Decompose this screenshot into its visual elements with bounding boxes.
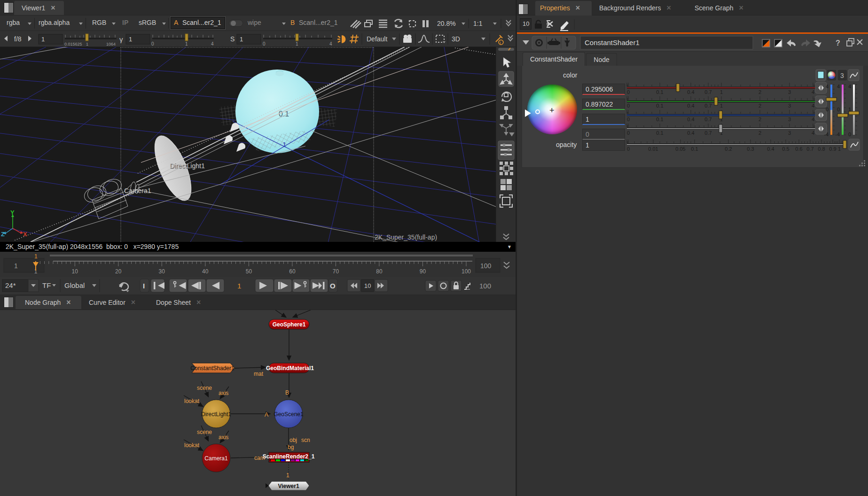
svg-text:0.1: 0.1 [656,89,663,95]
svg-text:B: B [285,389,289,396]
svg-text:70: 70 [333,268,339,275]
svg-text:0.4: 0.4 [767,146,774,152]
svg-text:bg: bg [288,444,294,450]
svg-text:50: 50 [246,268,252,275]
svg-text:1: 1 [237,282,241,290]
svg-text:axis: axis [219,390,228,396]
svg-text:0.9: 0.9 [829,146,836,152]
svg-text:Global: Global [64,281,85,289]
svg-text:100: 100 [461,268,471,275]
svg-text:0.2: 0.2 [725,146,732,152]
svg-text:0: 0 [627,103,630,108]
svg-text:2: 2 [759,89,761,95]
svg-text:4: 4 [837,84,840,89]
svg-text:4: 4 [826,84,829,89]
svg-text:cam: cam [254,455,265,461]
svg-text:scene: scene [197,429,212,435]
svg-text:GeoSphere1: GeoSphere1 [273,321,306,328]
svg-text:1: 1 [848,107,851,112]
svg-text:I: I [143,282,145,290]
svg-text:2K_Super_35(full-ap): 2K_Super_35(full-ap) [375,233,437,241]
svg-text:4: 4 [812,116,814,122]
svg-text:0.7: 0.7 [704,130,712,136]
svg-text:24*: 24* [5,281,16,289]
svg-text:Y: Y [10,209,15,216]
svg-text:0.7: 0.7 [704,89,712,95]
svg-text:0.4: 0.4 [687,116,694,122]
svg-text:4: 4 [812,103,814,108]
svg-text:0.01: 0.01 [648,146,658,152]
svg-text:10: 10 [364,282,371,289]
svg-text:40: 40 [202,268,209,275]
svg-text:0.1: 0.1 [691,146,698,152]
svg-text:mat: mat [254,371,264,377]
svg-text:0.1: 0.1 [656,130,663,136]
svg-text:1: 1 [838,146,841,152]
svg-text:30: 30 [159,268,165,275]
svg-text:0.7: 0.7 [704,103,712,108]
svg-text:GeoBindMaterial1: GeoBindMaterial1 [266,365,314,372]
svg-text:0: 0 [848,132,851,137]
svg-text:4: 4 [812,130,814,136]
svg-text:lookat: lookat [184,442,200,449]
svg-text:O: O [330,282,336,290]
svg-text:DirectLight1: DirectLight1 [201,411,231,418]
svg-text:1: 1 [34,253,38,260]
svg-text:0: 0 [627,89,630,95]
svg-text:0: 0 [837,107,840,112]
svg-text:0.7: 0.7 [806,146,813,152]
svg-text:0.1: 0.1 [656,116,663,122]
svg-text:2: 2 [759,103,761,108]
svg-text:0.8: 0.8 [818,146,825,152]
svg-text:1: 1 [720,103,723,108]
svg-text:1: 1 [720,89,723,95]
svg-text:Camera1: Camera1 [124,187,151,194]
svg-text:Z: Z [1,231,5,238]
svg-text:-4: -4 [835,132,840,137]
svg-text:0.4: 0.4 [687,103,694,108]
svg-text:0.4: 0.4 [687,89,694,95]
svg-text:20: 20 [115,268,122,275]
svg-text:4: 4 [848,84,851,89]
svg-text:Camera1: Camera1 [204,455,228,462]
svg-text:3: 3 [840,72,844,79]
svg-text:3: 3 [788,116,791,122]
svg-text:1: 1 [286,472,289,479]
svg-text:axis: axis [219,434,228,441]
svg-text:80: 80 [376,268,383,275]
svg-text:2: 2 [759,130,761,136]
svg-text:TF: TF [42,281,51,289]
svg-text:4: 4 [812,89,814,95]
svg-text:0: 0 [826,107,829,112]
svg-text:scn: scn [301,437,310,443]
svg-text:0.05: 0.05 [675,146,685,152]
svg-text:1: 1 [14,262,18,270]
svg-text:A: A [265,411,268,418]
svg-text:-4: -4 [824,132,829,137]
svg-text:0.6: 0.6 [795,146,802,152]
svg-text:obj: obj [289,437,297,443]
svg-text:0.3: 0.3 [747,146,754,152]
svg-text:100: 100 [480,262,492,270]
svg-text:0.1: 0.1 [656,103,663,108]
svg-text:3: 3 [788,89,791,95]
svg-text:2: 2 [759,116,761,122]
svg-text:3: 3 [788,103,791,108]
svg-text:10: 10 [72,268,78,275]
svg-text:90: 90 [420,268,426,275]
svg-text:0.4: 0.4 [687,130,694,136]
svg-text:ConstantShader1: ConstantShader1 [190,365,235,372]
svg-text:lookat: lookat [184,398,200,404]
svg-text:60: 60 [289,268,296,275]
svg-text:ScanlineRender2_1: ScanlineRender2_1 [263,453,315,460]
svg-text:0: 0 [627,146,630,152]
svg-text:X: X [23,231,27,238]
svg-text:scene: scene [197,385,212,391]
svg-text:0.7: 0.7 [704,116,712,122]
svg-text:3: 3 [788,130,791,136]
svg-text:100: 100 [479,282,491,290]
svg-text:Viewer1: Viewer1 [278,483,299,489]
svg-text:0: 0 [627,130,630,136]
svg-text:0: 0 [627,116,630,122]
svg-text:GeoScene1: GeoScene1 [274,411,304,418]
